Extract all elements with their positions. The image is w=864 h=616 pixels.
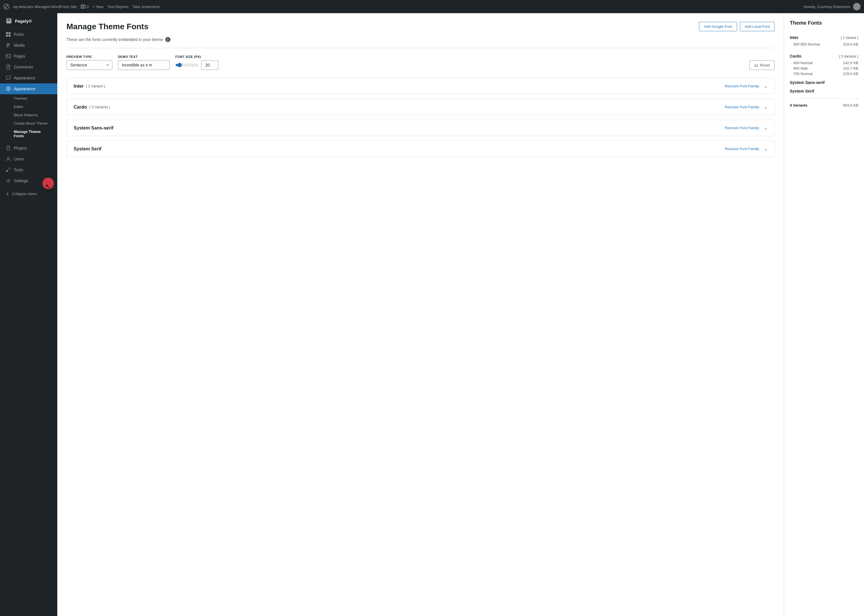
demo-text-group: DEMO TEXT: [118, 55, 170, 70]
reset-button[interactable]: Reset: [749, 60, 774, 70]
sidebar-item-users[interactable]: Users: [0, 154, 57, 165]
demo-text-input[interactable]: [118, 60, 170, 70]
test-reports-link[interactable]: Test Reports: [107, 5, 128, 9]
font-name-cardo: Cardo: [74, 105, 87, 110]
sidebar-sub-item-create-block-theme[interactable]: Create Block Theme: [0, 119, 57, 127]
media-icon: [6, 53, 11, 59]
chevron-cardo: ⌄: [764, 104, 767, 110]
plugins-icon: [6, 146, 11, 151]
panel-font-variants-cardo: ( 3 Variants ): [839, 55, 858, 58]
sidebar: Pagely® Posts Media Pages Comments Appea…: [0, 13, 57, 616]
panel-font-cardo: Cardo ( 3 Variants ) 400 Normal 142.6 KB…: [790, 50, 858, 77]
font-card-system-serif: System Serif Remove Font Family ⌄: [66, 141, 774, 157]
font-card-system-sans: System Sans-serif Remove Font Family ⌄: [66, 120, 774, 136]
screenshot-link[interactable]: Take screenshot: [132, 5, 160, 9]
settings-icon: [6, 178, 11, 183]
chevron-inter: ⌄: [764, 83, 767, 89]
pagely-logo-icon: [6, 18, 12, 24]
sidebar-item-appearance[interactable]: Appearance: [0, 83, 57, 94]
sidebar-item-plugins[interactable]: Plugins: [0, 143, 57, 154]
subtitle: These are the fonts currently embedded i…: [66, 37, 774, 42]
site-name[interactable]: wp-beta.dev Managed WordPress Site: [13, 5, 77, 9]
preview-type-select[interactable]: Sentence Alphabet Paragraph Custom: [66, 60, 112, 70]
preview-type-label: PREVIEW TYPE: [66, 55, 112, 58]
svg-rect-3: [6, 32, 8, 34]
preview-type-group: PREVIEW TYPE Sentence Alphabet Paragraph…: [66, 55, 112, 70]
svg-rect-4: [9, 32, 11, 34]
font-card-system-serif-header[interactable]: System Serif Remove Font Family ⌄: [67, 141, 774, 157]
sidebar-item-appearance-label: Appearance: [14, 86, 36, 91]
panel-variant-row-cardo-3: 700 Normal 129.5 KB: [790, 71, 858, 77]
page-header: Manage Theme Fonts Add Google Font Add L…: [66, 22, 774, 31]
sidebar-item-tools[interactable]: Tools: [0, 165, 57, 175]
info-icon[interactable]: i: [165, 37, 170, 42]
subtitle-divider: [66, 48, 774, 48]
font-size-group: FONT SIZE (PX): [175, 55, 218, 70]
sidebar-item-comments-label: Appearance: [14, 75, 36, 80]
panel-variant-row-inter-1: 300 900 Normal 319.0 KB: [790, 42, 858, 47]
panel-footer-count: 4 Variants: [790, 103, 807, 107]
sidebar-sub-item-block-patterns[interactable]: Block Patterns: [0, 111, 57, 119]
appearance-icon: [6, 86, 11, 91]
panel-font-variants-inter: ( 1 Variant ): [840, 36, 858, 40]
sidebar-item-media[interactable]: Pages: [0, 51, 57, 61]
main-content: Manage Theme Fonts Add Google Font Add L…: [57, 13, 784, 616]
panel-font-system-serif: System Serif: [790, 88, 858, 94]
panel-font-name-cardo: Cardo: [790, 54, 801, 58]
svg-rect-6: [9, 35, 11, 37]
font-name-system-sans: System Sans-serif: [74, 126, 113, 130]
font-size-number[interactable]: [201, 60, 218, 70]
panel-divider: [790, 98, 858, 99]
new-menu[interactable]: + New: [93, 5, 104, 9]
pages-icon: [6, 64, 11, 70]
font-card-inter-header[interactable]: Inter ( 1 Variant ) Remove Font Family ⌄: [67, 78, 774, 94]
collapse-menu[interactable]: Collapse menu: [0, 189, 57, 199]
sidebar-item-pages[interactable]: Comments: [0, 61, 57, 72]
svg-rect-2: [8, 20, 10, 21]
chevron-system-serif: ⌄: [764, 146, 767, 152]
dashboard-icon: [6, 32, 11, 37]
sidebar-item-dashboard-label: Posts: [14, 32, 24, 37]
sidebar-sub-item-themes[interactable]: Themes: [0, 94, 57, 102]
sidebar-item-comments[interactable]: Appearance: [0, 72, 57, 83]
sidebar-item-users-label: Users: [14, 157, 24, 161]
header-buttons: Add Google Font Add Local Font: [699, 22, 774, 31]
remove-font-system-sans[interactable]: Remove Font Family: [725, 126, 759, 130]
sidebar-item-posts[interactable]: Media: [0, 40, 57, 51]
panel-font-name-system-sans: System Sans-serif: [790, 80, 825, 85]
reset-icon: [754, 63, 758, 68]
font-card-cardo: Cardo ( 3 Variants ) Remove Font Family …: [66, 99, 774, 115]
font-card-system-sans-header[interactable]: System Sans-serif Remove Font Family ⌄: [67, 120, 774, 136]
font-name-inter: Inter: [74, 84, 84, 89]
svg-rect-5: [6, 35, 8, 37]
remove-font-system-serif[interactable]: Remove Font Family: [725, 147, 759, 151]
howdy-text: Howdy, Courtney Robertson: [804, 5, 850, 9]
panel-title: Theme Fonts: [790, 20, 858, 26]
font-variant-count-inter: ( 1 Variant ): [86, 84, 105, 88]
remove-font-inter[interactable]: Remove Font Family: [725, 84, 759, 88]
font-card-inter: Inter ( 1 Variant ) Remove Font Family ⌄: [66, 78, 774, 94]
panel-font-system-sans: System Sans-serif: [790, 80, 858, 85]
add-local-font-button[interactable]: Add Local Font: [740, 22, 774, 31]
sidebar-logo[interactable]: Pagely®: [0, 13, 57, 29]
page-title: Manage Theme Fonts: [66, 22, 148, 31]
panel-variant-row-cardo-2: 400 Italic 102.7 KB: [790, 66, 858, 71]
sidebar-item-settings[interactable]: Settings: [0, 175, 57, 186]
svg-rect-1: [8, 19, 11, 20]
svg-point-8: [7, 55, 8, 56]
users-icon: [6, 156, 11, 162]
font-card-cardo-header[interactable]: Cardo ( 3 Variants ) Remove Font Family …: [67, 99, 774, 115]
remove-font-cardo[interactable]: Remove Font Family: [725, 105, 759, 109]
sidebar-sub-item-manage-theme-fonts[interactable]: Manage Theme Fonts: [0, 127, 57, 140]
sidebar-sub-item-editor[interactable]: Editor: [0, 102, 57, 111]
font-size-range[interactable]: [175, 63, 198, 68]
sidebar-item-dashboard[interactable]: Posts: [0, 29, 57, 40]
chevron-system-sans: ⌄: [764, 125, 767, 130]
add-google-font-button[interactable]: Add Google Font: [699, 22, 737, 31]
plus-icon: +: [93, 5, 95, 9]
wp-logo-icon: [3, 4, 9, 9]
collapse-icon: [6, 192, 10, 196]
svg-rect-7: [6, 55, 11, 58]
avatar[interactable]: [853, 3, 861, 10]
comment-count[interactable]: 0: [81, 4, 88, 9]
